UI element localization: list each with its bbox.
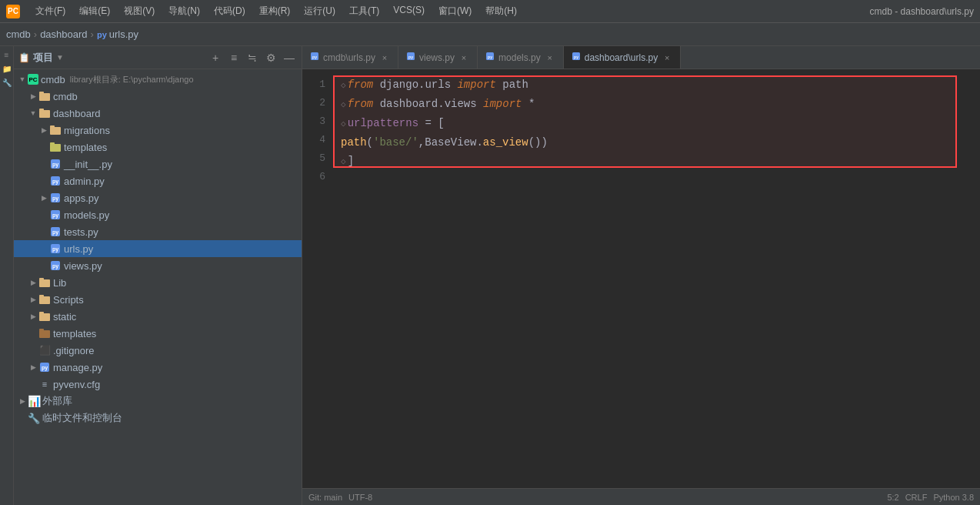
svg-text:py: py bbox=[52, 179, 58, 185]
tree-item-tmpfiles[interactable]: 🔧 临时文件和控制台 bbox=[14, 410, 302, 426]
tree-label-extlib: 外部库 bbox=[42, 394, 72, 408]
kw-asview: as_view bbox=[483, 136, 528, 149]
tree-arrow-extlib: ▶ bbox=[17, 396, 28, 406]
svg-text:py: py bbox=[574, 55, 578, 59]
tree-item-templates1[interactable]: templates bbox=[14, 139, 302, 156]
breadcrumb-cmdb[interactable]: cmdb bbox=[6, 28, 31, 40]
tree-label-urls: urls.py bbox=[64, 243, 93, 255]
tree-arrow-static: ▶ bbox=[28, 311, 38, 322]
menu-nav[interactable]: 导航(N) bbox=[162, 3, 206, 19]
status-encoding: UTF-8 bbox=[348, 493, 372, 502]
svg-rect-5 bbox=[50, 125, 55, 128]
code-line-2: ◇from dashboard.views import * bbox=[333, 95, 980, 114]
fold-arrow-3[interactable]: ◇ bbox=[341, 115, 346, 133]
kw-urlpatterns: urlpatterns bbox=[348, 117, 418, 129]
breadcrumb-filename[interactable]: urls.py bbox=[109, 28, 138, 40]
project-tree: ▼ PC cmdb library根目录: E:\pycharm\django … bbox=[14, 69, 302, 505]
paren-4b: ()) bbox=[528, 136, 548, 149]
sidebar-btn-settings[interactable]: ⚙ bbox=[263, 50, 278, 65]
tree-item-views[interactable]: py views.py bbox=[14, 257, 302, 274]
tree-item-urls[interactable]: py urls.py bbox=[14, 240, 302, 257]
tree-item-lib[interactable]: ▶ Lib bbox=[14, 274, 302, 291]
menu-run[interactable]: 运行(U) bbox=[298, 3, 342, 19]
tree-item-migrations[interactable]: ▶ migrations bbox=[14, 122, 302, 139]
editor-content[interactable]: 1 2 3 4 5 6 ◇from django.urls import pat… bbox=[302, 69, 980, 488]
tree-item-cmdb-root[interactable]: ▼ PC cmdb library根目录: E:\pycharm\django bbox=[14, 71, 302, 88]
tree-item-tests[interactable]: py tests.py bbox=[14, 223, 302, 240]
svg-rect-4 bbox=[50, 127, 61, 135]
menu-view[interactable]: 视图(V) bbox=[118, 3, 161, 19]
tab-icon-models: py bbox=[485, 52, 495, 63]
menu-window[interactable]: 窗口(W) bbox=[432, 3, 478, 19]
tree-item-dashboard[interactable]: ▼ dashboard bbox=[14, 105, 302, 122]
py-icon-init: py bbox=[49, 158, 62, 170]
left-gutter: ≡ 📁 🔧 bbox=[0, 46, 14, 505]
tree-item-static[interactable]: ▶ static bbox=[14, 308, 302, 325]
tree-label-gitignore: .gitignore bbox=[53, 345, 94, 356]
menu-help[interactable]: 帮助(H) bbox=[479, 3, 523, 19]
svg-rect-24 bbox=[39, 296, 50, 304]
breadcrumb-sep1: › bbox=[34, 28, 37, 40]
tree-item-pyvenvcfg[interactable]: ≡ pyvenv.cfg bbox=[14, 376, 302, 393]
tab-icon-views: py bbox=[406, 52, 415, 63]
py-icon-views: py bbox=[49, 259, 62, 272]
tab-close-dashboard-urls[interactable]: × bbox=[662, 52, 672, 63]
svg-text:py: py bbox=[52, 212, 58, 219]
sidebar-btn-collapse[interactable]: ≡ bbox=[226, 50, 242, 65]
tree-item-admin[interactable]: py admin.py bbox=[14, 172, 302, 189]
tree-item-apps[interactable]: ▶ py apps.py bbox=[14, 189, 302, 206]
tab-models[interactable]: py models.py × bbox=[478, 46, 564, 69]
tab-close-views[interactable]: × bbox=[458, 52, 469, 63]
extlib-icon: 📊 bbox=[28, 395, 40, 407]
svg-text:py: py bbox=[52, 196, 58, 202]
tab-icon-dashboard-urls: py bbox=[572, 52, 581, 63]
tree-item-extlib[interactable]: ▶ 📊 外部库 bbox=[14, 393, 302, 410]
gutter-icon-1[interactable]: ≡ bbox=[2, 49, 12, 60]
sidebar-btn-minimize[interactable]: — bbox=[282, 50, 297, 65]
tree-arrow-lib: ▶ bbox=[28, 277, 38, 288]
paren-4a: ( bbox=[367, 136, 373, 149]
tab-label-dashboard-urls: dashboard\urls.py bbox=[585, 52, 658, 63]
fold-arrow-2[interactable]: ◇ bbox=[341, 95, 346, 114]
menu-file[interactable]: 文件(F) bbox=[29, 3, 72, 19]
space-2a: dashboard.views bbox=[373, 98, 483, 110]
breadcrumb-sep2: › bbox=[91, 28, 94, 40]
menu-edit[interactable]: 编辑(E) bbox=[73, 3, 116, 19]
menu-code[interactable]: 代码(D) bbox=[208, 3, 252, 19]
svg-text:py: py bbox=[52, 246, 58, 252]
tree-item-init[interactable]: py __init__.py bbox=[14, 156, 302, 172]
breadcrumb-dashboard[interactable]: dashboard bbox=[40, 28, 87, 40]
py-icon-urls: py bbox=[49, 242, 62, 255]
tree-item-gitignore[interactable]: ⬛ .gitignore bbox=[14, 342, 302, 359]
tab-close-models[interactable]: × bbox=[545, 52, 555, 63]
kw-import-2: import bbox=[483, 98, 522, 110]
tab-dashboard-urls[interactable]: py dashboard\urls.py × bbox=[564, 46, 681, 69]
tree-item-manage[interactable]: ▶ py manage.py bbox=[14, 359, 302, 376]
tree-item-templates2[interactable]: templates bbox=[14, 325, 302, 342]
sidebar: 📋 项目 ▼ + ≡ ≒ ⚙ — ▼ PC cmdb library根目录: E… bbox=[14, 46, 302, 505]
tree-item-cmdb-sub[interactable]: ▶ cmdb bbox=[14, 88, 302, 105]
menu-refactor[interactable]: 重构(R) bbox=[253, 3, 297, 19]
sidebar-btn-expand[interactable]: ≒ bbox=[245, 50, 260, 65]
menu-vcs[interactable]: VCS(S) bbox=[387, 3, 431, 19]
status-git: Git: main bbox=[308, 493, 342, 502]
code-line-4: path('base/',BaseView.as_view()) bbox=[333, 133, 980, 152]
fold-arrow-5[interactable]: ◇ bbox=[341, 152, 346, 171]
tab-close-cmdb-urls[interactable]: × bbox=[379, 52, 390, 63]
sidebar-dropdown-icon[interactable]: ▼ bbox=[56, 53, 64, 62]
code-line-3: ◇urlpatterns = [ bbox=[333, 114, 980, 133]
tab-views[interactable]: py views.py × bbox=[398, 46, 478, 69]
gutter-icon-3[interactable]: 🔧 bbox=[2, 77, 12, 88]
sidebar-btn-add[interactable]: + bbox=[208, 50, 223, 65]
menu-tools[interactable]: 工具(T) bbox=[343, 3, 385, 19]
tree-item-models[interactable]: py models.py bbox=[14, 206, 302, 223]
code-area[interactable]: ◇from django.urls import path ◇from dash… bbox=[333, 69, 980, 488]
fold-arrow-1[interactable]: ◇ bbox=[341, 76, 346, 95]
tree-arrow-templates2 bbox=[28, 328, 38, 339]
tab-cmdb-urls[interactable]: py cmdb\urls.py × bbox=[302, 46, 398, 69]
tree-label-pyvenvcfg: pyvenv.cfg bbox=[53, 379, 100, 390]
svg-rect-7 bbox=[50, 142, 55, 145]
gutter-icon-2[interactable]: 📁 bbox=[2, 63, 12, 74]
tree-item-scripts[interactable]: ▶ Scripts bbox=[14, 291, 302, 308]
tree-arrow-apps: ▶ bbox=[38, 192, 49, 203]
